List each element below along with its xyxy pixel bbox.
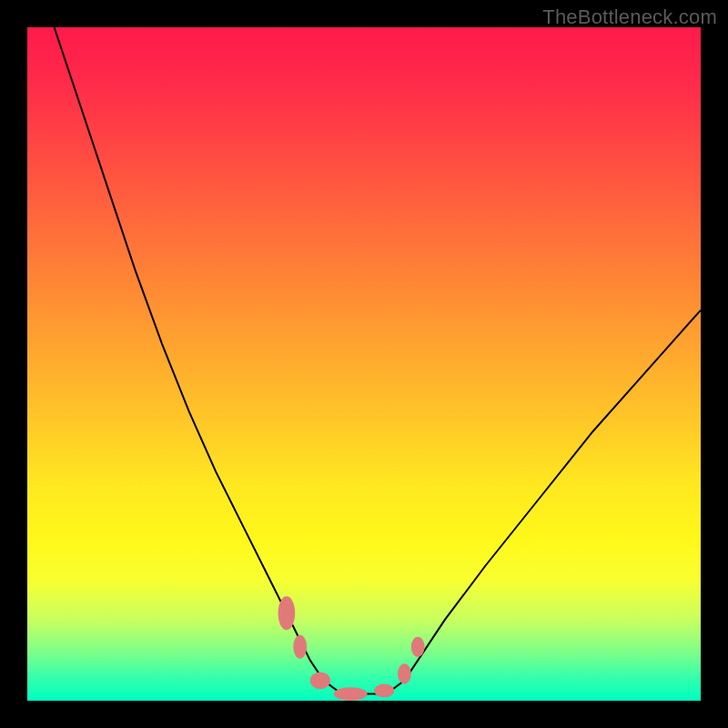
curve-marker [278, 596, 296, 630]
curve-marker [398, 663, 411, 683]
bottleneck-curve [55, 27, 701, 694]
curve-marker [334, 687, 368, 701]
curve-markers [278, 596, 425, 701]
curve-marker [310, 672, 330, 690]
chart-frame: TheBottleneck.com [0, 0, 728, 728]
curve-marker [293, 635, 307, 659]
curve-marker [374, 684, 394, 698]
attribution-label: TheBottleneck.com [542, 5, 717, 29]
plot-area [27, 27, 701, 701]
curve-marker [411, 637, 425, 657]
chart-svg [27, 27, 701, 701]
